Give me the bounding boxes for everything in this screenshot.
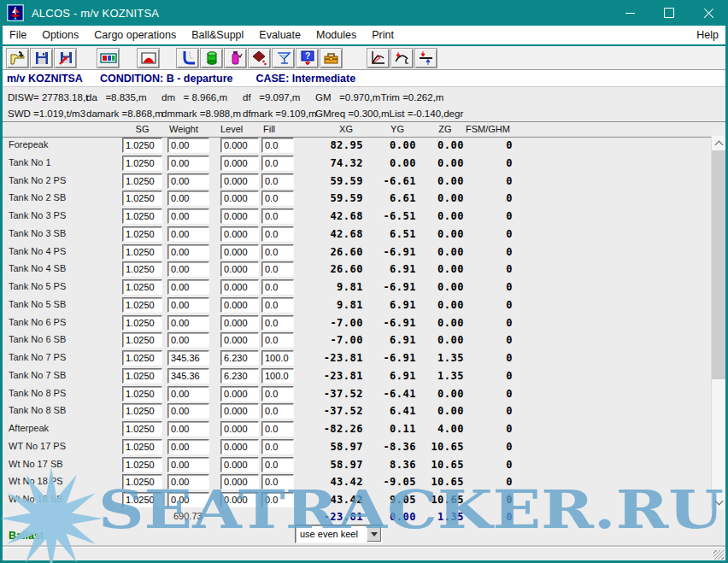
sg-input[interactable] — [122, 492, 162, 507]
ballast-tank-button[interactable] — [200, 48, 223, 68]
open-button[interactable] — [6, 48, 29, 68]
fill-input[interactable] — [261, 261, 294, 277]
level-input[interactable] — [220, 226, 259, 242]
level-input[interactable] — [220, 386, 259, 402]
bulk-cargo-button[interactable] — [137, 48, 160, 68]
weight-input[interactable] — [167, 226, 209, 242]
strength-curve-button[interactable] — [390, 48, 414, 68]
menu-item[interactable]: Print — [364, 29, 402, 41]
weight-input[interactable] — [167, 439, 209, 455]
fill-input[interactable] — [261, 208, 294, 224]
fill-input[interactable] — [261, 138, 294, 153]
menu-item[interactable]: File — [2, 29, 34, 41]
fill-input[interactable] — [261, 226, 294, 242]
sg-input[interactable] — [122, 439, 162, 455]
menu-item-help[interactable]: Help — [687, 29, 728, 41]
level-input[interactable] — [220, 439, 259, 455]
hull-section-button[interactable] — [176, 48, 199, 68]
fill-input[interactable] — [261, 368, 294, 384]
fill-input[interactable] — [261, 457, 294, 472]
keel-mode-dropdown[interactable]: use even keel — [295, 525, 383, 543]
weight-input[interactable] — [167, 368, 209, 384]
maximize-button[interactable] — [649, 0, 689, 26]
fill-input[interactable] — [261, 315, 294, 331]
level-input[interactable] — [220, 332, 259, 348]
draft-marks-button[interactable] — [414, 48, 437, 68]
weight-input[interactable] — [167, 297, 209, 313]
sg-input[interactable] — [122, 279, 162, 295]
weight-input[interactable] — [167, 386, 209, 402]
minimize-button[interactable] — [610, 0, 649, 26]
vertical-scrollbar[interactable] — [711, 136, 725, 509]
sg-input[interactable] — [122, 155, 162, 171]
level-input[interactable] — [220, 173, 259, 189]
fill-input[interactable] — [261, 421, 294, 437]
level-input[interactable] — [220, 279, 259, 295]
menu-item[interactable]: Modules — [308, 29, 364, 41]
weight-input[interactable] — [167, 403, 209, 419]
save-as-button[interactable] — [54, 48, 77, 68]
resize-grip[interactable] — [713, 550, 724, 560]
fill-input[interactable] — [261, 350, 294, 366]
level-input[interactable] — [220, 208, 259, 224]
save-button[interactable] — [30, 48, 53, 68]
level-input[interactable] — [220, 297, 259, 313]
sg-input[interactable] — [122, 173, 162, 189]
sg-input[interactable] — [122, 226, 162, 242]
fill-input[interactable] — [261, 191, 294, 206]
scroll-down-button[interactable] — [712, 495, 725, 509]
oil-button[interactable] — [248, 48, 271, 68]
weight-input[interactable] — [167, 208, 209, 224]
sg-input[interactable] — [122, 138, 162, 153]
fuel-flask-button[interactable] — [224, 48, 247, 68]
weight-input[interactable] — [167, 261, 209, 277]
sg-input[interactable] — [122, 332, 162, 348]
weight-input[interactable] — [167, 457, 209, 472]
level-input[interactable] — [220, 474, 259, 490]
scroll-up-button[interactable] — [712, 136, 725, 150]
level-input[interactable] — [220, 155, 259, 171]
weight-input[interactable] — [167, 244, 209, 260]
level-input[interactable] — [220, 350, 259, 366]
sg-input[interactable] — [122, 208, 162, 224]
level-input[interactable] — [220, 492, 259, 507]
sg-input[interactable] — [122, 191, 162, 206]
sg-input[interactable] — [122, 297, 162, 313]
sg-input[interactable] — [122, 386, 162, 402]
level-input[interactable] — [220, 421, 259, 437]
fill-input[interactable] — [261, 297, 294, 313]
level-input[interactable] — [220, 457, 259, 472]
sg-input[interactable] — [122, 474, 162, 490]
level-input[interactable] — [220, 191, 259, 206]
level-input[interactable] — [220, 261, 259, 277]
weight-input[interactable] — [167, 173, 209, 189]
weight-input[interactable] — [167, 350, 209, 366]
level-input[interactable] — [220, 244, 259, 260]
weight-input[interactable] — [167, 279, 209, 295]
query-button[interactable]: ? — [296, 48, 319, 68]
sg-input[interactable] — [122, 244, 162, 260]
fill-input[interactable] — [261, 439, 294, 455]
fill-input[interactable] — [261, 474, 294, 490]
toolbox-button[interactable] — [320, 48, 343, 68]
weight-input[interactable] — [167, 421, 209, 437]
sg-input[interactable] — [122, 368, 162, 384]
dropdown-button[interactable] — [367, 526, 381, 542]
level-input[interactable] — [220, 315, 259, 331]
fill-input[interactable] — [261, 173, 294, 189]
weight-input[interactable] — [167, 315, 209, 331]
sg-input[interactable] — [122, 403, 162, 419]
scrollbar-thumb[interactable] — [712, 150, 725, 379]
weight-input[interactable] — [167, 138, 209, 153]
fill-input[interactable] — [261, 332, 294, 348]
fill-input[interactable] — [261, 155, 294, 171]
level-input[interactable] — [220, 138, 259, 153]
menu-item[interactable]: Ball&Suppl — [184, 29, 251, 41]
weight-input[interactable] — [167, 492, 209, 507]
fill-input[interactable] — [261, 386, 294, 402]
sg-input[interactable] — [122, 261, 162, 277]
weight-input[interactable] — [167, 191, 209, 206]
weight-input[interactable] — [167, 332, 209, 348]
fill-input[interactable] — [261, 492, 294, 507]
fill-input[interactable] — [261, 279, 294, 295]
